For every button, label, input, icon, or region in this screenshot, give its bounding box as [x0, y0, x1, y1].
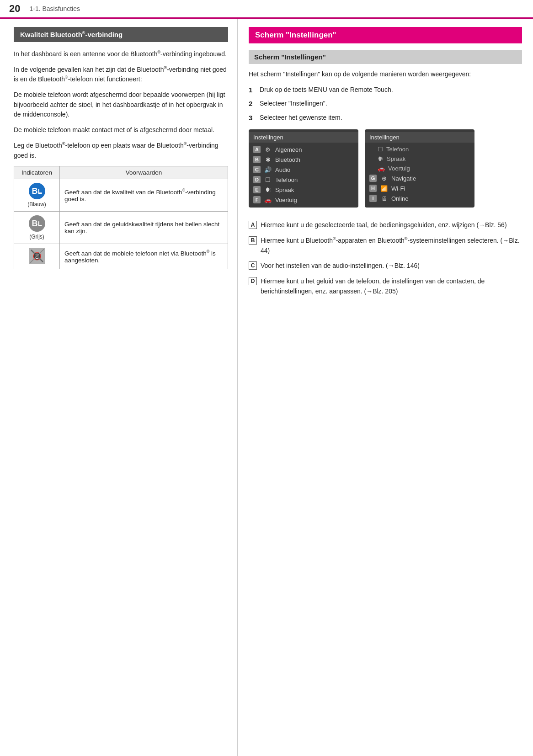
settings-item-navigatie: G ⊕ Navigatie — [365, 173, 474, 183]
indicator-icon-blue: Bʟ (Blauw) — [14, 179, 60, 212]
step-num: 2 — [249, 99, 256, 109]
settings-item-spraak: E 🗣 Spraak — [249, 185, 358, 195]
annotation-text-c: Voor het instellen van de audio-instelli… — [261, 261, 420, 271]
letter-badge-f: F — [253, 196, 261, 203]
letter-badge-c: C — [253, 166, 261, 173]
icon-label-blue: (Blauw) — [27, 201, 46, 208]
right-sub-title: Scherm "Instellingen" — [249, 50, 522, 64]
icon-label-gray: (Grijs) — [29, 234, 44, 240]
indicator-icon-crossed: 📵 — [14, 244, 60, 269]
plain-telefoon-label: Telefoon — [386, 146, 409, 153]
plain-spraak-label: Spraak — [387, 155, 405, 162]
audio-icon: 🔊 — [264, 166, 272, 173]
indicator-desc-gray: Geeft aan dat de geluidskwaliteit tijden… — [60, 212, 228, 244]
settings-item-algemeen: A ⚙ Algemeen — [249, 144, 358, 154]
wifi-label: Wi-Fi — [391, 185, 405, 192]
settings-plain-telefoon: ☐ Telefoon — [365, 144, 474, 154]
bluetooth-icon-crossed: 📵 — [29, 248, 45, 264]
step-2: 2 Selecteer "Instellingen". — [249, 99, 522, 109]
settings-box-1-title: Instellingen — [249, 132, 358, 143]
left-column: Kwaliteit Bluetooth®-verbinding In het d… — [0, 19, 238, 756]
table-col-1: Indicatoren — [14, 166, 60, 179]
step-text: Druk op de toets MENU van de Remote Touc… — [260, 85, 393, 96]
annotation-badge-d: D — [249, 277, 257, 285]
plain-voertuig-icon: 🚗 — [378, 165, 385, 172]
annotation-text-d: Hiermee kunt u het geluid van de telefoo… — [261, 277, 522, 296]
left-para-1: In het dashboard is een antenne voor de … — [14, 49, 228, 59]
annotation-b: B Hiermee kunt u Bluetooth®-apparaten en… — [249, 236, 522, 256]
settings-plain-voertuig: 🚗 Voertuig — [365, 164, 474, 173]
bluetooth-label: Bluetooth — [275, 156, 300, 163]
online-icon: 🖥 — [380, 195, 388, 202]
plain-telefoon-icon: ☐ — [378, 146, 383, 153]
wifi-icon: 📶 — [380, 185, 388, 192]
online-label: Online — [391, 195, 409, 202]
voertuig-icon: 🚗 — [264, 197, 272, 203]
navigatie-label: Navigatie — [391, 175, 416, 182]
left-para-2: In de volgende gevallen kan het zijn dat… — [14, 65, 228, 85]
section-title: 1-1. Basisfuncties — [29, 5, 80, 12]
letter-badge-a: A — [253, 146, 261, 153]
annotation-c: C Voor het instellen van de audio-instel… — [249, 261, 522, 271]
annotation-badge-b: B — [249, 236, 257, 245]
step-num: 3 — [249, 113, 256, 123]
settings-box-1: Instellingen A ⚙ Algemeen B ✱ Bluetooth … — [249, 129, 358, 208]
telefoon-icon: ☐ — [264, 176, 272, 183]
spraak-label: Spraak — [275, 186, 294, 193]
step-text: Selecteer "Instellingen". — [260, 99, 327, 109]
audio-label: Audio — [275, 166, 290, 173]
table-row: 📵 Geeft aan dat de mobiele telefoon niet… — [14, 244, 228, 269]
spraak-icon: 🗣 — [264, 186, 272, 193]
table-row: Bʟ (Blauw) Geeft aan dat de kwaliteit va… — [14, 179, 228, 212]
left-para-4: De mobiele telefoon maakt contact met of… — [14, 125, 228, 135]
indicator-desc-crossed: Geeft aan dat de mobiele telefoon niet v… — [60, 244, 228, 269]
letter-badge-d: D — [253, 176, 261, 183]
voertuig-label: Voertuig — [275, 197, 297, 203]
annotation-text-a: Hiermee kunt u de geselecteerde taal, de… — [261, 220, 507, 230]
settings-item-wifi: H 📶 Wi-Fi — [365, 183, 474, 193]
letter-badge-e: E — [253, 186, 261, 193]
bluetooth-icon-blue: Bʟ — [29, 183, 45, 199]
settings-item-online: I 🖥 Online — [365, 193, 474, 203]
settings-plain-spraak: 🗣 Spraak — [365, 154, 474, 164]
annotation-d: D Hiermee kunt u het geluid van de telef… — [249, 277, 522, 296]
step-1: 1 Druk op de toets MENU van de Remote To… — [249, 85, 522, 96]
table-col-2: Voorwaarden — [60, 166, 228, 179]
annotation-text-b: Hiermee kunt u Bluetooth®-apparaten en B… — [261, 236, 522, 256]
indicator-icon-gray: Bʟ (Grijs) — [14, 212, 60, 244]
settings-item-bluetooth: B ✱ Bluetooth — [249, 154, 358, 165]
algemeen-icon: ⚙ — [264, 146, 272, 153]
telefoon-label: Telefoon — [275, 176, 298, 183]
plain-voertuig-label: Voertuig — [388, 165, 410, 172]
left-para-3: De mobiele telefoon wordt afgeschermd do… — [14, 90, 228, 120]
letter-badge-i: I — [369, 195, 377, 202]
settings-box-2: Instellingen ☐ Telefoon 🗣 Spraak 🚗 Voert… — [365, 129, 474, 208]
annotation-badge-c: C — [249, 261, 257, 270]
step-num: 1 — [249, 85, 256, 96]
right-column: Scherm "Instellingen" Scherm "Instelling… — [238, 19, 533, 756]
settings-box-2-title: Instellingen — [365, 132, 474, 143]
right-intro: Het scherm "Instellingen" kan op de volg… — [249, 69, 522, 80]
letter-badge-b: B — [253, 156, 261, 163]
left-section-title: Kwaliteit Bluetooth®-verbinding — [14, 27, 228, 42]
indicator-table: Indicatoren Voorwaarden Bʟ (Blauw) Ge — [14, 166, 228, 269]
settings-item-audio: C 🔊 Audio — [249, 165, 358, 175]
bluetooth-icon: ✱ — [264, 156, 272, 163]
page-number: 20 — [9, 3, 20, 15]
navigatie-icon: ⊕ — [380, 175, 388, 182]
step-3: 3 Selecteer het gewenste item. — [249, 113, 522, 123]
table-row: Bʟ (Grijs) Geeft aan dat de geluidskwali… — [14, 212, 228, 244]
annotation-a: A Hiermee kunt u de geselecteerde taal, … — [249, 220, 522, 230]
indicator-desc-blue: Geeft aan dat de kwaliteit van de Blueto… — [60, 179, 228, 212]
algemeen-label: Algemeen — [275, 146, 302, 153]
steps-list: 1 Druk op de toets MENU van de Remote To… — [249, 85, 522, 123]
settings-item-telefoon: D ☐ Telefoon — [249, 175, 358, 185]
bluetooth-icon-gray: Bʟ — [29, 215, 45, 232]
settings-boxes-container: Instellingen A ⚙ Algemeen B ✱ Bluetooth … — [249, 129, 522, 213]
left-para-5: Leg de Bluetooth®-telefoon op een plaats… — [14, 141, 228, 160]
letter-badge-g: G — [369, 175, 377, 182]
page-header: 20 1-1. Basisfuncties — [0, 0, 533, 19]
annotation-badge-a: A — [249, 221, 257, 229]
letter-badge-h: H — [369, 185, 377, 192]
plain-spraak-icon: 🗣 — [378, 155, 384, 162]
